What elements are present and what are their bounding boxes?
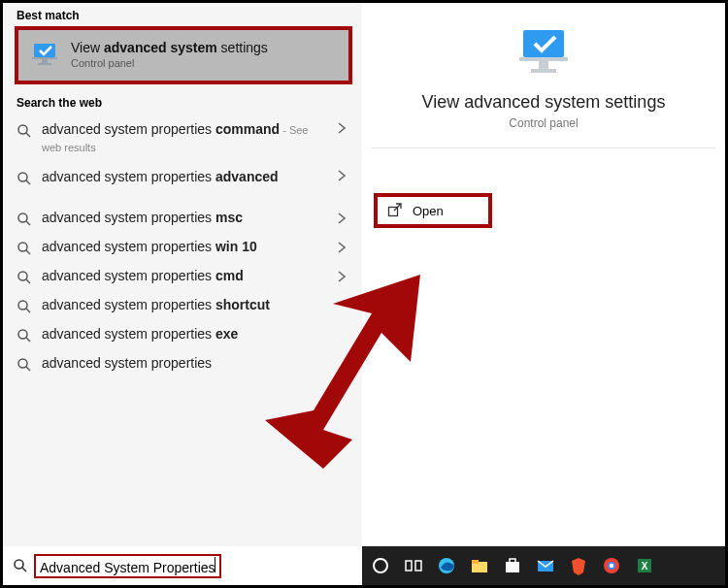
best-match-subtitle: Control panel <box>71 57 268 71</box>
search-results-panel: Best match View advanced system settings… <box>3 3 362 546</box>
search-icon <box>13 558 28 573</box>
web-result-text: advanced system properties <box>42 355 348 373</box>
svg-point-26 <box>15 560 23 569</box>
chevron-right-icon <box>335 212 348 225</box>
search-input[interactable]: Advanced System Properties <box>34 554 221 578</box>
preview-control-panel-icon <box>510 26 578 81</box>
search-icon <box>17 328 32 343</box>
svg-line-9 <box>26 221 30 225</box>
chevron-right-icon <box>335 270 348 283</box>
svg-rect-35 <box>510 559 515 563</box>
svg-line-7 <box>26 180 30 184</box>
preview-title: View advanced system settings <box>372 92 715 113</box>
section-search-web: Search the web <box>3 90 362 114</box>
web-result-7[interactable]: advanced system properties <box>3 349 362 378</box>
preview-subtitle: Control panel <box>372 116 715 130</box>
svg-point-6 <box>18 173 27 181</box>
section-best-match: Best match <box>3 3 362 26</box>
search-icon <box>17 299 32 314</box>
cortana-icon[interactable] <box>370 555 391 576</box>
web-result-text: advanced system properties shortcut <box>42 297 348 314</box>
svg-rect-22 <box>539 61 548 69</box>
svg-point-8 <box>18 213 27 222</box>
svg-rect-0 <box>34 44 55 57</box>
taskview-icon[interactable] <box>403 555 424 576</box>
svg-line-13 <box>26 279 30 283</box>
edge-icon[interactable] <box>436 555 457 576</box>
search-icon <box>17 123 32 139</box>
taskbar: Advanced System Properties X <box>3 546 725 585</box>
search-icon <box>17 171 32 186</box>
taskbar-search-box[interactable]: Advanced System Properties <box>3 546 362 585</box>
chrome-icon[interactable] <box>601 555 622 576</box>
web-result-6[interactable]: advanced system properties exe <box>3 320 362 349</box>
svg-rect-29 <box>406 561 412 571</box>
web-result-text: advanced system properties msc <box>42 210 325 227</box>
svg-rect-30 <box>415 561 421 571</box>
store-icon[interactable] <box>502 555 523 576</box>
svg-rect-33 <box>472 560 479 564</box>
web-result-text: advanced system properties advanced <box>42 169 325 186</box>
svg-point-39 <box>610 564 613 568</box>
search-icon <box>17 357 32 373</box>
svg-line-17 <box>26 338 30 342</box>
svg-rect-3 <box>38 63 51 65</box>
svg-point-10 <box>18 243 27 251</box>
svg-point-28 <box>374 559 387 572</box>
svg-rect-2 <box>42 59 48 63</box>
svg-rect-20 <box>523 30 564 57</box>
web-result-2[interactable]: advanced system properties msc <box>3 204 362 233</box>
best-match-text: View advanced system settings Control pa… <box>71 40 268 70</box>
search-icon <box>17 270 32 285</box>
brave-icon[interactable] <box>568 555 589 576</box>
best-match-title-bold: advanced system <box>104 40 217 55</box>
svg-line-15 <box>26 309 30 312</box>
chevron-right-icon <box>335 169 348 182</box>
explorer-icon[interactable] <box>469 555 490 576</box>
best-match-title-post: settings <box>217 40 268 55</box>
taskbar-apps: X <box>362 546 725 585</box>
svg-rect-1 <box>32 57 57 59</box>
svg-line-19 <box>26 367 30 371</box>
svg-point-12 <box>18 272 27 280</box>
excel-icon[interactable]: X <box>634 555 655 576</box>
web-result-text: advanced system properties command - See… <box>42 121 325 155</box>
best-match-title-pre: View <box>71 40 104 55</box>
web-result-text: advanced system properties win 10 <box>42 239 325 256</box>
mail-icon[interactable] <box>535 555 556 576</box>
search-icon <box>17 212 32 227</box>
chevron-right-icon <box>335 241 348 254</box>
preview-panel: View advanced system settings Control pa… <box>362 3 725 546</box>
open-button[interactable]: Open <box>374 193 492 228</box>
web-result-4[interactable]: advanced system properties cmd <box>3 262 362 291</box>
svg-rect-21 <box>519 57 568 61</box>
svg-rect-23 <box>531 69 556 73</box>
result-control-panel-icon <box>30 40 61 71</box>
svg-line-5 <box>26 133 30 137</box>
open-label: Open <box>413 204 444 218</box>
search-query-text: Advanced System Properties <box>40 560 215 575</box>
svg-text:X: X <box>642 561 648 572</box>
svg-point-14 <box>18 301 27 310</box>
svg-line-27 <box>22 568 26 572</box>
web-result-1[interactable]: advanced system properties advanced <box>3 161 362 204</box>
search-icon <box>17 241 32 256</box>
chevron-right-icon <box>335 121 348 135</box>
web-result-3[interactable]: advanced system properties win 10 <box>3 233 362 262</box>
web-result-text: advanced system properties cmd <box>42 268 325 285</box>
svg-point-18 <box>18 359 27 368</box>
svg-point-16 <box>18 330 27 339</box>
web-results-list: advanced system properties command - See… <box>3 114 362 378</box>
open-external-icon <box>387 203 403 218</box>
web-result-text: advanced system properties exe <box>42 326 348 343</box>
best-match-result[interactable]: View advanced system settings Control pa… <box>15 26 352 84</box>
web-result-0[interactable]: advanced system properties command - See… <box>3 114 362 161</box>
web-result-5[interactable]: advanced system properties shortcut <box>3 291 362 320</box>
svg-line-11 <box>26 250 30 254</box>
svg-point-4 <box>18 125 27 134</box>
